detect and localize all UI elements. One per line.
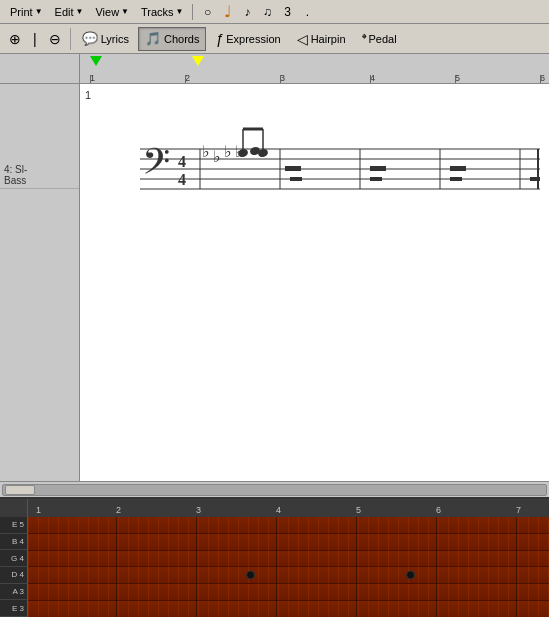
key-label-g4: G 4 xyxy=(11,554,24,563)
zoom-out-button[interactable]: ⊖ xyxy=(44,27,66,51)
key-label-b4: B 4 xyxy=(12,537,24,546)
menu-edit-arrow: ▼ xyxy=(76,7,84,16)
note-d4-1 xyxy=(246,571,255,580)
lyrics-label: Lyrics xyxy=(101,33,129,45)
svg-text:♭: ♭ xyxy=(202,143,210,160)
scrollbar-area xyxy=(0,481,549,497)
svg-text:♭: ♭ xyxy=(224,143,232,160)
staff-svg: 𝄢 4 4 ♭ ♭ ♭ ♭ xyxy=(80,109,540,229)
lyrics-button[interactable]: 💬 Lyrics xyxy=(75,27,136,51)
roll-tick-3: 3 xyxy=(196,505,201,515)
ruler-timeline[interactable]: 1 2 3 4 5 6 xyxy=(80,54,549,83)
roll-row-e5 xyxy=(28,517,549,534)
key-label-d4: D 4 xyxy=(12,570,24,579)
roll-barline-5 xyxy=(356,517,357,617)
roll-content: E 5 B 4 G 4 D 4 A 3 E 3 xyxy=(0,517,549,617)
note-icon-5[interactable]: 3 xyxy=(279,3,297,21)
menu-tracks-arrow: ▼ xyxy=(176,7,184,16)
track-name-label: 4: Sl-Bass xyxy=(0,84,79,189)
roll-barline-3 xyxy=(196,517,197,617)
zoom-out-icon: ⊖ xyxy=(49,31,61,47)
scrollbar-thumb[interactable] xyxy=(5,485,35,495)
zoom-in-icon: ⊕ xyxy=(9,31,21,47)
roll-tick-5: 5 xyxy=(356,505,361,515)
key-row-e3: E 3 xyxy=(0,600,27,617)
scrollbar-track[interactable] xyxy=(2,484,547,496)
svg-text:4: 4 xyxy=(178,171,186,188)
roll-barline-6 xyxy=(436,517,437,617)
chords-button[interactable]: 🎵 Chords xyxy=(138,27,206,51)
ruler-label-area xyxy=(0,54,80,83)
key-row-b4: B 4 xyxy=(0,534,27,551)
hairpin-icon: ◁ xyxy=(297,31,308,47)
expression-icon: ƒ xyxy=(215,31,223,47)
menu-print-arrow: ▼ xyxy=(35,7,43,16)
lyrics-icon: 💬 xyxy=(82,31,98,46)
note-icon-dot[interactable]: . xyxy=(299,3,317,21)
menu-edit[interactable]: Edit ▼ xyxy=(49,4,90,20)
measure-number: 1 xyxy=(85,89,91,101)
svg-rect-29 xyxy=(450,177,462,181)
pedal-label: Pedal xyxy=(369,33,397,45)
svg-rect-28 xyxy=(370,177,382,181)
pedal-icon: 𝄌 xyxy=(362,31,366,47)
ruler-area: 1 2 3 4 5 6 xyxy=(0,54,549,84)
roll-row-d4 xyxy=(28,567,549,584)
menu-print[interactable]: Print ▼ xyxy=(4,4,49,20)
menu-view-arrow: ▼ xyxy=(121,7,129,16)
expression-label: Expression xyxy=(226,33,280,45)
ruler-tick-line-4 xyxy=(370,75,371,83)
chords-icon: 🎵 xyxy=(145,31,161,46)
svg-rect-27 xyxy=(290,177,302,181)
note-icon-3[interactable]: ♪ xyxy=(239,3,257,21)
svg-text:4: 4 xyxy=(178,153,186,170)
key-row-e5: E 5 xyxy=(0,517,27,534)
cursor-button[interactable]: | xyxy=(28,27,42,51)
pedal-button[interactable]: 𝄌 Pedal xyxy=(355,27,404,51)
roll-grid[interactable] xyxy=(28,517,549,617)
roll-tick-1: 1 xyxy=(36,505,41,515)
hairpin-label: Hairpin xyxy=(311,33,346,45)
toolbar: ⊕ | ⊖ 💬 Lyrics 🎵 Chords ƒ Expression ◁ H… xyxy=(0,24,549,54)
ruler-tick-line-2 xyxy=(185,75,186,83)
note-icon-2[interactable]: ♩ xyxy=(219,3,237,21)
zoom-in-button[interactable]: ⊕ xyxy=(4,27,26,51)
key-row-a3: A 3 xyxy=(0,584,27,601)
ruler-tick-line-6 xyxy=(540,75,541,83)
roll-barline-2 xyxy=(116,517,117,617)
svg-rect-24 xyxy=(285,166,301,171)
roll-row-a3 xyxy=(28,584,549,601)
menu-tracks[interactable]: Tracks ▼ xyxy=(135,4,190,20)
note-icon-1[interactable]: ○ xyxy=(199,3,217,21)
svg-rect-26 xyxy=(450,166,466,171)
menu-divider-1 xyxy=(192,4,193,20)
roll-barline-4 xyxy=(276,517,277,617)
score-content[interactable]: 1 𝄢 4 4 xyxy=(80,84,549,481)
toolbar-divider-1 xyxy=(70,28,71,50)
roll-tick-7: 7 xyxy=(516,505,521,515)
score-area: 4: Sl-Bass 1 𝄢 4 4 xyxy=(0,84,549,481)
note-d4-2 xyxy=(406,571,415,580)
note-icon-4[interactable]: ♫ xyxy=(259,3,277,21)
note-icons: ○ ♩ ♪ ♫ 3 . xyxy=(199,3,317,21)
menu-view[interactable]: View ▼ xyxy=(89,4,135,20)
piano-keys: E 5 B 4 G 4 D 4 A 3 E 3 xyxy=(0,517,28,617)
key-row-d4: D 4 xyxy=(0,567,27,584)
key-label-e5: E 5 xyxy=(12,520,24,529)
expression-button[interactable]: ƒ Expression xyxy=(208,27,287,51)
playhead-green[interactable] xyxy=(90,56,102,66)
svg-rect-25 xyxy=(370,166,386,171)
svg-rect-30 xyxy=(530,177,540,181)
ruler-tick-line-1 xyxy=(90,75,91,83)
svg-text:♭: ♭ xyxy=(213,148,221,165)
menu-bar: Print ▼ Edit ▼ View ▼ Tracks ▼ ○ ♩ ♪ ♫ 3… xyxy=(0,0,549,24)
ruler-tick-line-5 xyxy=(455,75,456,83)
ruler-tick-line-3 xyxy=(280,75,281,83)
track-label-column: 4: Sl-Bass xyxy=(0,84,80,481)
hairpin-button[interactable]: ◁ Hairpin xyxy=(290,27,353,51)
playhead-yellow[interactable] xyxy=(192,56,204,66)
key-label-e3: E 3 xyxy=(12,604,24,613)
piano-roll: 1 2 3 4 5 6 7 E 5 B 4 G 4 xyxy=(0,497,549,617)
roll-tick-4: 4 xyxy=(276,505,281,515)
roll-ruler: 1 2 3 4 5 6 7 xyxy=(0,499,549,517)
